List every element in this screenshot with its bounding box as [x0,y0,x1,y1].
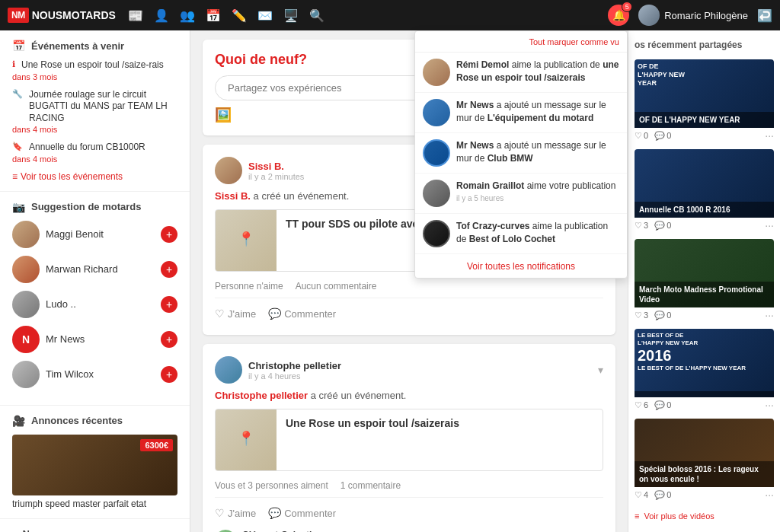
group-icon[interactable]: 👥 [180,8,195,23]
video-card-3[interactable]: March Moto Madness Promotional Video ♡ 3… [635,239,774,323]
newspaper-icon[interactable]: 📰 [128,8,143,23]
video-likes-1: ♡ 0 [635,131,648,141]
video-card-2[interactable]: Annuelle CB 1000 R 2016 ♡ 3 💬 0 ··· [635,149,774,233]
video-comments-1: 💬 0 [654,131,671,141]
see-all-notifications-link[interactable]: Voir toutes les notifications [467,261,575,272]
more-options-icon-4[interactable]: ··· [765,399,774,411]
notif-item-4[interactable]: Romain Graillot aime votre publication i… [415,174,627,214]
news-title: ≡ News [12,528,177,532]
video-likes-4: ♡ 6 [635,400,648,410]
video-comments-5: 💬 0 [654,490,671,500]
comment-button-1[interactable]: 💬 Commenter [268,304,336,323]
post-card-2: Christophe pelletier il y a 4 heures ▾ C… [203,344,615,532]
suggestion-avatar-1 [12,221,40,248]
notif-target-3: Club BMW [488,153,533,164]
post-action-author-1[interactable]: Sissi B. [215,190,251,202]
mark-all-button[interactable]: Tout marquer comme vu [529,37,619,46]
notif-item-1[interactable]: Rémi Demol aime la publication de une Ro… [415,53,627,93]
video-likes-3: ♡ 3 [635,311,648,320]
video-overlay-3: March Moto Madness Promotional Video [635,282,774,307]
post-actions-2: ♡ J'aime 💬 Commenter [215,504,603,522]
notif-item-5[interactable]: Tof Crazy-curves aime la publication de … [415,214,627,254]
suggestion-item-4: N Mr News + [12,326,177,353]
post-author-link-1[interactable]: Sissi B. [248,161,284,172]
notif-footer: Voir toutes les notifications [415,254,627,278]
event-map-1: 📍 [216,210,277,271]
event-item-2: 🔧 Journée roulage sur le circuit BUGATTI… [12,89,177,135]
event-name-1: Une Rose un espoir toul /saize-rais [21,59,164,72]
suggestion-avatar-5 [12,361,40,388]
see-more-videos-link[interactable]: ≡ Voir plus de vidéos [635,508,774,524]
video-card-5[interactable]: Spécial boloss 2016 : Les rageux on vous… [635,419,774,502]
envelope-icon[interactable]: ✉️ [257,8,273,23]
no-like-text: Personne n'aime [215,281,283,291]
event-name-3: Annuelle du forum CB1000R [29,142,145,154]
notif-avatar-3 [423,139,450,167]
post-avatar-2 [215,356,242,384]
add-friend-button-3[interactable]: + [161,296,177,313]
news-icon: ≡ [12,528,18,532]
pen-icon[interactable]: ✏️ [232,8,247,23]
video-thumb-2: Annuelle CB 1000 R 2016 [635,149,774,218]
video-card-4[interactable]: LE BEST OF DEL'HAPPY NEW YEAR2016LE BEST… [635,329,774,413]
site-logo[interactable]: NM NOUSMOTARDS [8,8,116,23]
video-likes-5: ♡ 4 [635,490,648,500]
news-section: ≡ News [0,519,190,532]
notif-avatar-4 [423,180,450,207]
notif-target-2: L'équipement du motard [488,113,594,123]
notif-avatar-5 [423,220,450,247]
top-navigation: NM NOUSMOTARDS 📰 👤 👥 📅 ✏️ ✉️ 🖥️ 🔍 🔔 5 Ro… [0,0,780,30]
notif-action-4: aime votre publication [527,180,616,191]
event-preview-2[interactable]: 📍 Une Rose un espoir toul /saizerais [215,409,603,471]
list-icon: ≡ [12,171,18,182]
event-info-2: Une Rose un espoir toul /saizerais [277,409,468,470]
video-overlay-1: OF DE L'HAPPY NEW YEAR [635,112,774,128]
add-friend-button-4[interactable]: + [161,331,177,348]
like-button-2[interactable]: ♡ J'aime [215,504,256,522]
monitor-icon[interactable]: 🖥️ [283,8,299,23]
image-icon[interactable]: 🖼️ [215,107,232,123]
map-pin-icon-1: 📍 [238,231,254,247]
logout-icon[interactable]: ↩️ [757,8,772,23]
events-section: 📅 Événements à venir ℹ Une Rose un espoi… [0,30,190,192]
notif-author-1: Rémi Demol [456,59,509,70]
video-comments-4: 💬 0 [654,400,671,410]
search-icon[interactable]: 🔍 [309,8,324,23]
video-card-1[interactable]: OF DEL'HAPPY NEWYEAR OF DE L'HAPPY NEW Y… [635,59,774,143]
no-comment-text: Aucun commentaire [296,281,377,291]
user-menu[interactable]: Romaric Philogène [638,5,748,26]
video-overlay-2: Annuelle CB 1000 R 2016 [635,202,774,218]
ad-item-1[interactable]: 6300€ triumph speed master parfait etat [12,435,177,509]
ad-title: triumph speed master parfait etat [12,499,177,509]
more-options-icon-5[interactable]: ··· [765,489,774,501]
add-friend-button-2[interactable]: + [161,261,177,278]
video-stats-2: ♡ 3 💬 0 ··· [635,218,774,233]
post-action-author-2[interactable]: Christophe pelletier [215,390,308,401]
site-name: NOUSMOTARDS [32,9,116,21]
add-friend-button-5[interactable]: + [161,366,177,383]
suggestions-section: 📷 Suggestion de motards Maggi Benoit + M… [0,192,190,406]
notif-avatar-2 [423,99,450,126]
profile-icon[interactable]: 👤 [154,8,169,23]
suggestion-item-2: Marwan Richard + [12,256,177,283]
calendar-icon[interactable]: 📅 [206,8,221,23]
more-options-icon-2[interactable]: ··· [765,219,774,231]
suggestion-name-1: Maggi Benoit [46,228,155,240]
notif-item-2[interactable]: Mr News a ajouté un message sur le mur d… [415,93,627,133]
chevron-down-icon[interactable]: ▾ [598,364,603,376]
video-overlay-5: Spécial boloss 2016 : Les rageux on vous… [635,461,774,487]
see-all-events-link[interactable]: ≡ Voir tous les événements [12,171,177,182]
notif-item-3[interactable]: Mr News a ajouté un message sur le mur d… [415,133,627,174]
more-options-icon-3[interactable]: ··· [765,309,774,321]
comment-button-2[interactable]: 💬 Commenter [268,504,336,522]
video-thumb-3: March Moto Madness Promotional Video [635,239,774,307]
notification-bell[interactable]: 🔔 5 [608,5,629,26]
right-panel: os récemment partagées OF DEL'HAPPY NEWY… [628,30,780,532]
suggestion-avatar-3 [12,291,40,318]
post-header-2: Christophe pelletier il y a 4 heures ▾ [215,356,603,384]
add-friend-button-1[interactable]: + [161,226,177,243]
video-title-1: OF DE L'HAPPY NEW YEAR [639,115,769,125]
like-button-1[interactable]: ♡ J'aime [215,304,256,323]
event-icon-2: 🔧 [12,89,23,99]
more-options-icon-1[interactable]: ··· [765,129,774,142]
